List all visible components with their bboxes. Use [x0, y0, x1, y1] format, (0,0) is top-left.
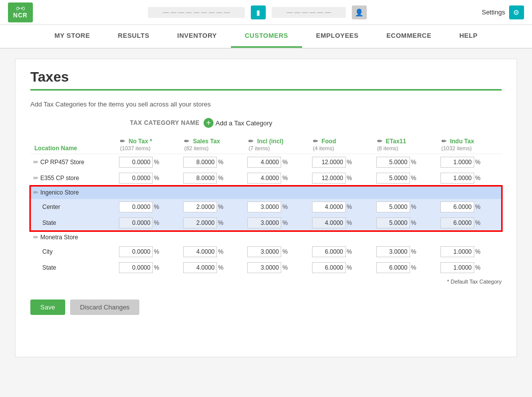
- tax-value-cell: %: [244, 154, 309, 171]
- tax-value-cell: %: [180, 215, 244, 231]
- tax-table: Location Name ✏ No Tax * (1037 items) ✏ …: [30, 136, 502, 276]
- edit-no-tax-icon[interactable]: ✏: [120, 138, 125, 145]
- cp457-incl-input[interactable]: [247, 157, 281, 168]
- nav-customers[interactable]: CUSTOMERS: [231, 25, 302, 48]
- monetra-city-incl-input[interactable]: [247, 246, 281, 257]
- calendar-icon-btn[interactable]: ▮: [251, 5, 266, 19]
- ingenico-state-notax-input[interactable]: [119, 217, 153, 228]
- edit-etax11-icon[interactable]: ✏: [377, 138, 382, 145]
- cp457-salestax-input[interactable]: [183, 157, 217, 168]
- ingenico-state-etax11-input[interactable]: [376, 217, 410, 228]
- nav-inventory[interactable]: INVENTORY: [163, 25, 231, 48]
- monetra-state-food-input[interactable]: [312, 262, 346, 273]
- page-content: Taxes Add Tax Categories for the items y…: [15, 59, 517, 357]
- col-no-tax: ✏ No Tax * (1037 items): [116, 136, 180, 154]
- monetra-city-indu-input[interactable]: [440, 246, 474, 257]
- ingenico-state-salestax-input[interactable]: [183, 217, 217, 228]
- nav-my-store[interactable]: MY STORE: [40, 25, 104, 48]
- e355-salestax-input[interactable]: [183, 173, 217, 184]
- table-row: ✏ E355 CP store % %: [30, 170, 502, 186]
- table-row: ✏ CP RP457 Store % %: [30, 154, 502, 171]
- edit-food-icon[interactable]: ✏: [313, 138, 318, 145]
- monetra-store-name-cell: ✏ Monetra Store City: [30, 231, 502, 276]
- col-sales-tax: ✏ Sales Tax (82 items): [180, 136, 244, 154]
- tax-value-cell: %: [373, 244, 437, 260]
- tax-value-cell: %: [373, 154, 437, 171]
- store-name-cell: ✏ E355 CP store: [30, 170, 116, 186]
- col-incl: ✏ Incl (incl) (7 items): [244, 136, 309, 154]
- top-bar: ⟳⟲ NCR — — — — — — — — — ▮ — — — — — — 👤…: [0, 0, 532, 25]
- edit-indu-tax-icon[interactable]: ✏: [441, 138, 446, 145]
- e355-food-input[interactable]: [312, 173, 346, 184]
- user-icon-btn[interactable]: 👤: [352, 5, 367, 19]
- store-selector[interactable]: — — — — — — — — —: [148, 7, 245, 18]
- tax-value-cell: %: [437, 215, 502, 231]
- ingenico-state-indu-input[interactable]: [440, 217, 474, 228]
- logo: ⟳⟲ NCR: [8, 2, 33, 22]
- monetra-city-etax11-input[interactable]: [376, 246, 410, 257]
- ingenico-center-salestax-input[interactable]: [183, 201, 217, 212]
- ingenico-center-food-input[interactable]: [312, 201, 346, 212]
- add-category-button[interactable]: + Add a Tax Category: [204, 118, 272, 128]
- main-nav: MY STORE RESULTS INVENTORY CUSTOMERS EMP…: [0, 25, 532, 49]
- ingenico-header-row: ✏ Ingenico Store: [30, 186, 502, 199]
- e355-etax11-input[interactable]: [376, 173, 410, 184]
- monetra-city-food-input[interactable]: [312, 246, 346, 257]
- e355-indu-input[interactable]: [440, 173, 474, 184]
- nav-ecommerce[interactable]: ECOMMERCE: [372, 25, 445, 48]
- cp457-food-input[interactable]: [312, 157, 346, 168]
- nav-help[interactable]: HELP: [445, 25, 492, 48]
- tax-value-cell: %: [180, 154, 244, 171]
- ingenico-center-incl-input[interactable]: [247, 201, 281, 212]
- tax-value-cell: %: [180, 170, 244, 186]
- tax-value-cell: %: [116, 154, 180, 171]
- monetra-state-salestax-input[interactable]: [183, 262, 217, 273]
- edit-sales-tax-icon[interactable]: ✏: [184, 138, 189, 145]
- col-etax11: ✏ ETax11 (8 items): [373, 136, 437, 154]
- edit-monetra-icon[interactable]: ✏: [33, 234, 38, 241]
- tax-value-cell: %: [180, 244, 244, 260]
- tax-value-cell: %: [309, 215, 373, 231]
- monetra-city-salestax-input[interactable]: [183, 246, 217, 257]
- ingenico-state-incl-input[interactable]: [247, 217, 281, 228]
- store-name-selector[interactable]: — — — — — —: [272, 7, 346, 18]
- discard-button[interactable]: Discard Changes: [70, 299, 140, 315]
- edit-ingenico-icon[interactable]: ✏: [33, 189, 38, 196]
- col-location: Location Name: [30, 136, 116, 154]
- save-button[interactable]: Save: [30, 299, 65, 315]
- tax-value-cell: %: [244, 215, 309, 231]
- monetra-state-indu-input[interactable]: [440, 262, 474, 273]
- ingenico-state-food-input[interactable]: [312, 217, 346, 228]
- tax-value-cell: %: [116, 215, 180, 231]
- edit-incl-icon[interactable]: ✏: [248, 138, 253, 145]
- tax-value-cell: %: [437, 199, 502, 215]
- monetra-city-notax-input[interactable]: [119, 246, 153, 257]
- cp457-notax-input[interactable]: [119, 157, 153, 168]
- settings-label[interactable]: Settings: [482, 8, 505, 16]
- e355-incl-input[interactable]: [247, 173, 281, 184]
- store-name-cell: ✏ CP RP457 Store: [30, 154, 116, 171]
- cp457-etax11-input[interactable]: [376, 157, 410, 168]
- ingenico-store-row: ✏ Ingenico Store Center: [30, 186, 502, 231]
- edit-cp457-icon[interactable]: ✏: [33, 159, 38, 166]
- cp457-indu-input[interactable]: [440, 157, 474, 168]
- add-category-label: Add a Tax Category: [215, 119, 272, 127]
- monetra-state-etax11-input[interactable]: [376, 262, 410, 273]
- tax-value-cell: %: [309, 170, 373, 186]
- ingenico-center-etax11-input[interactable]: [376, 201, 410, 212]
- monetra-state-notax-input[interactable]: [119, 262, 153, 273]
- settings-gear-btn[interactable]: ⚙: [509, 5, 524, 19]
- monetra-state-incl-input[interactable]: [247, 262, 281, 273]
- nav-employees[interactable]: EMPLOYEES: [302, 25, 372, 48]
- tax-value-cell: %: [309, 154, 373, 171]
- monetra-name: ✏ Monetra Store: [30, 231, 116, 244]
- ingenico-center-indu-input[interactable]: [440, 201, 474, 212]
- tax-value-cell: %: [180, 199, 244, 215]
- tax-value-cell: %: [116, 244, 180, 260]
- ingenico-center-row: Center % %: [30, 199, 502, 215]
- monetra-header-row: ✏ Monetra Store: [30, 231, 502, 244]
- ingenico-center-notax-input[interactable]: [119, 201, 153, 212]
- edit-e355-icon[interactable]: ✏: [33, 175, 38, 182]
- nav-results[interactable]: RESULTS: [104, 25, 163, 48]
- e355-notax-input[interactable]: [119, 173, 153, 184]
